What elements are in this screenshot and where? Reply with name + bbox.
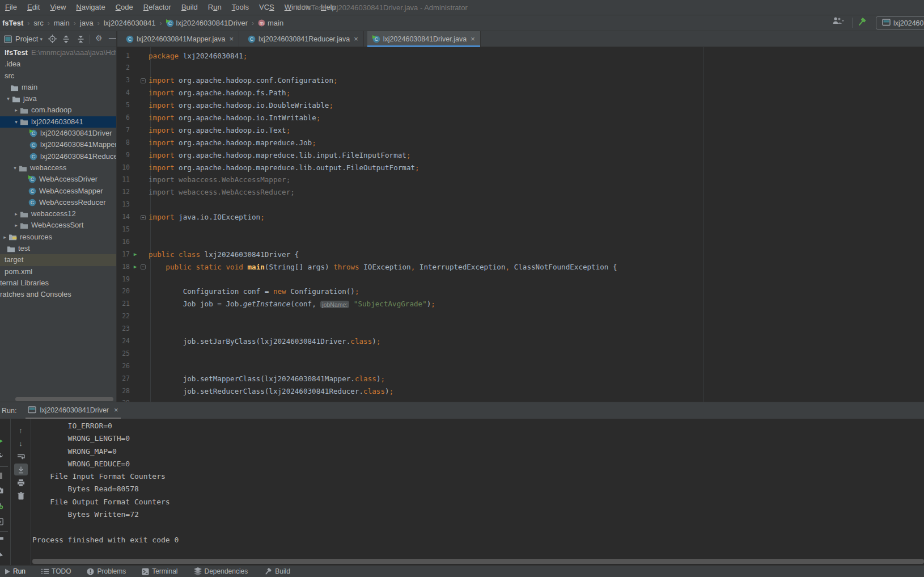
layout-icon[interactable] <box>0 536 3 546</box>
menu-item-edit[interactable]: Edit <box>22 0 45 15</box>
hide-panel-icon[interactable]: — <box>109 33 117 42</box>
fold-marker-icon[interactable]: − <box>139 211 147 224</box>
chevron-down-icon[interactable]: ▾ <box>5 93 12 104</box>
softwrap-icon[interactable] <box>14 450 28 462</box>
toolwindow-button-todo[interactable]: TODO <box>37 567 75 575</box>
chevron-down-icon[interactable]: ▾ <box>12 116 20 128</box>
pin-icon[interactable] <box>0 551 3 562</box>
tree-item[interactable]: target <box>0 254 117 266</box>
gear-icon[interactable]: ⚙ <box>95 33 103 43</box>
project-panel-title[interactable]: Project <box>15 35 38 43</box>
arrow-down-icon[interactable]: ↓ <box>14 437 28 449</box>
tree-item[interactable]: CWebAccessMapper <box>0 186 117 197</box>
breadcrumb-item[interactable]: src <box>33 19 43 27</box>
tree-item[interactable]: .idea <box>0 58 117 70</box>
menu-item-view[interactable]: View <box>45 0 71 15</box>
toolwindow-button-run[interactable]: Run <box>0 567 30 575</box>
menu-item-code[interactable]: Code <box>111 0 138 15</box>
tree-item[interactable]: ▾java <box>0 93 117 104</box>
tree-item[interactable]: ratches and Consoles <box>0 289 117 300</box>
fold-marker[interactable]: − <box>141 215 146 220</box>
tree-item[interactable]: test <box>0 243 117 254</box>
tree-item[interactable]: Clxj20246030841Reducer <box>0 151 117 162</box>
run-content-tab[interactable]: lxj20246030841Driver × <box>26 403 120 419</box>
trash-icon[interactable] <box>14 490 28 502</box>
expand-all-icon[interactable] <box>62 35 70 43</box>
code-editor[interactable]: 1package lxj20246030841;23−import org.ap… <box>117 47 924 402</box>
import-box-icon[interactable] <box>0 517 3 528</box>
gutter-spacer <box>131 323 139 335</box>
run-line-icon[interactable]: ▶ <box>131 261 139 273</box>
breadcrumb-item[interactable]: fsTest <box>2 19 23 27</box>
breadcrumb-label: main <box>54 19 70 27</box>
build-hammer-button[interactable] <box>857 17 867 30</box>
printer-icon[interactable] <box>14 477 28 488</box>
gears-icon[interactable] <box>0 502 3 512</box>
chevron-right-icon[interactable]: ▸ <box>1 231 9 243</box>
menu-item-navigate[interactable]: Navigate <box>71 0 110 15</box>
editor-tab[interactable]: Clxj20246030841Driver.java× <box>367 31 481 47</box>
camera-icon[interactable] <box>0 486 3 496</box>
breadcrumb-separator: › <box>44 19 54 27</box>
tree-item[interactable]: ▸WebAccessSort <box>0 220 117 231</box>
close-icon[interactable]: × <box>471 35 475 43</box>
breadcrumb-item[interactable]: mmain <box>258 19 283 27</box>
run-console-output[interactable]: IO_ERROR=0 WRONG_LENGTH=0 WRONG_MAP=0 WR… <box>32 420 924 553</box>
collapse-all-icon[interactable] <box>77 35 84 43</box>
toolwindow-button-terminal[interactable]: Terminal <box>137 567 182 575</box>
close-icon[interactable]: × <box>114 406 118 414</box>
tree-item[interactable]: ▸resources <box>0 231 117 243</box>
locate-file-icon[interactable] <box>48 35 57 43</box>
run-line-icon[interactable]: ▶ <box>131 249 139 261</box>
tree-item[interactable]: Clxj20246030841Driver <box>0 128 117 139</box>
scrollend-icon[interactable] <box>14 464 28 475</box>
tree-item[interactable]: Clxj20246030841Mapper <box>0 139 117 150</box>
run-config-selector[interactable]: lxj20246030841 <box>876 16 924 30</box>
close-icon[interactable]: × <box>354 35 358 43</box>
fold-marker-icon[interactable]: − <box>139 261 147 273</box>
menu-item-refactor[interactable]: Refactor <box>138 0 176 15</box>
breadcrumb-item[interactable]: lxj20246030841 <box>104 19 156 27</box>
breadcrumb-item[interactable]: Clxj20246030841Driver <box>166 19 248 27</box>
fold-marker[interactable]: − <box>141 78 146 83</box>
tree-item[interactable]: main <box>0 82 117 93</box>
tree-item[interactable]: ▾lxj20246030841 <box>0 116 117 128</box>
tree-item[interactable]: ternal Libraries <box>0 277 117 289</box>
tree-item[interactable]: CWebAccessDriver <box>0 174 117 185</box>
fold-marker[interactable]: − <box>141 264 146 269</box>
code-line: 10import org.apache.hadoop.mapreduce.lib… <box>117 162 924 174</box>
chevron-right-icon[interactable]: ▸ <box>12 208 20 220</box>
menu-item-run[interactable]: Run <box>203 0 227 15</box>
editor-tab[interactable]: Clxj20246030841Reducer.java× <box>243 31 364 47</box>
tree-item[interactable]: ▸com.hadoop <box>0 104 117 116</box>
menu-item-tools[interactable]: Tools <box>227 0 254 15</box>
toolwindow-button-problems[interactable]: Problems <box>82 567 130 575</box>
stop-icon[interactable] <box>0 471 2 481</box>
menu-item-vcs[interactable]: VCS <box>254 0 279 15</box>
console-horizontal-scrollbar[interactable] <box>32 559 924 564</box>
tree-item[interactable]: ▸webaccess12 <box>0 208 117 220</box>
toolwindow-button-dependencies[interactable]: Dependencies <box>189 567 253 575</box>
rerun-icon[interactable] <box>0 437 3 447</box>
wrench-icon[interactable] <box>0 453 3 463</box>
project-horizontal-scrollbar[interactable] <box>15 397 113 401</box>
close-icon[interactable]: × <box>229 35 234 43</box>
menu-item-build[interactable]: Build <box>176 0 203 15</box>
tree-item[interactable]: src <box>0 70 117 82</box>
chevron-right-icon[interactable]: ▸ <box>12 220 20 231</box>
breadcrumb-item[interactable]: java <box>80 19 94 27</box>
fold-marker-icon[interactable]: − <box>139 74 147 87</box>
tree-item[interactable]: CWebAccessReducer <box>0 197 117 208</box>
tree-item[interactable]: lfsTestE:\mnmcjava\aaa\java\HdfsTe <box>0 47 117 58</box>
tree-item[interactable]: ▾webaccess <box>0 162 117 174</box>
package-icon <box>19 165 27 172</box>
tree-item[interactable]: pom.xml <box>0 266 117 277</box>
chevron-down-icon[interactable]: ▾ <box>11 162 19 174</box>
editor-tab[interactable]: Clxj20246030841Mapper.java× <box>121 31 239 47</box>
menu-item-file[interactable]: File <box>0 0 22 15</box>
chevron-right-icon[interactable]: ▸ <box>12 104 20 116</box>
toolwindow-button-build[interactable]: Build <box>259 567 295 576</box>
users-button[interactable] <box>832 16 845 25</box>
breadcrumb-item[interactable]: main <box>54 19 70 27</box>
arrow-up-icon[interactable]: ↑ <box>14 424 28 436</box>
